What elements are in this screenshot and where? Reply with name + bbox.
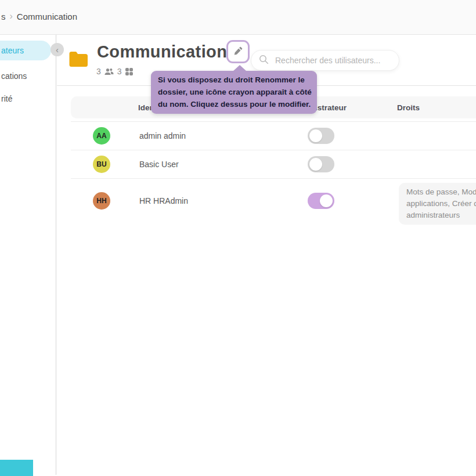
user-name: Basic User: [139, 160, 179, 169]
table-row[interactable]: BU Basic User: [71, 150, 476, 178]
search-input[interactable]: [274, 55, 398, 66]
search-bar: [251, 50, 399, 71]
tooltip-line: dossier, une icône crayon apparaît à côt…: [158, 86, 312, 98]
sidebar-item-label: rité: [1, 94, 12, 103]
admin-toggle[interactable]: [308, 128, 334, 144]
sidebar-item-applications[interactable]: cations: [1, 71, 27, 81]
search-icon: [259, 55, 269, 67]
avatar: BU: [93, 156, 110, 173]
toggle-knob: [309, 158, 322, 171]
breadcrumb-parent-fragment[interactable]: s: [1, 12, 6, 21]
avatar: AA: [93, 127, 110, 145]
table-row[interactable]: HH HR HRAdmin Mots de passe, Modifier le…: [71, 178, 476, 223]
rights-badge: Mots de passe, Modifier les applications…: [399, 183, 476, 225]
admin-toggle[interactable]: [308, 193, 334, 209]
breadcrumb-current: Communication: [17, 12, 77, 21]
bottom-left-cyan-panel: [0, 460, 33, 476]
folder-icon: [68, 51, 88, 70]
table-row[interactable]: AA admin admin: [71, 121, 476, 150]
groups-grid-icon: [125, 68, 133, 75]
breadcrumb-separator-icon: ›: [10, 11, 13, 21]
tooltip-line: du nom. Cliquez dessus pour le modifier.: [158, 98, 312, 110]
avatar: HH: [93, 192, 110, 210]
rename-tooltip: Si vous disposez du droit Renommer le do…: [151, 71, 317, 114]
tooltip-arrow-icon: [233, 65, 246, 71]
sidebar-item-utilisateurs[interactable]: ateurs: [0, 41, 51, 60]
folder-stats: 3 3: [96, 67, 133, 76]
pencil-icon: [233, 46, 243, 57]
users-count: 3: [96, 67, 101, 76]
user-name: admin admin: [139, 131, 186, 140]
sidebar-item-label: cations: [1, 71, 27, 81]
users-table: AA admin admin BU Basic User HH HR HRAdm…: [71, 121, 476, 223]
column-header-rights: Droits: [397, 103, 420, 112]
chevron-left-icon: ‹: [56, 45, 59, 55]
page-title: Communication: [97, 42, 227, 62]
toggle-knob: [320, 194, 333, 207]
admin-toggle[interactable]: [308, 156, 334, 172]
rights-line: applications, Créer des: [406, 198, 476, 210]
rights-line: Mots de passe, Modifier les: [406, 186, 476, 198]
breadcrumb: s › Communication: [1, 12, 77, 21]
sidebar: ateurs cations rité: [0, 35, 56, 475]
sidebar-item-securite[interactable]: rité: [1, 94, 12, 103]
rights-line: administrateurs: [406, 210, 476, 221]
top-bar: s › Communication: [0, 0, 476, 35]
toggle-knob: [309, 129, 322, 142]
users-icon: [104, 68, 114, 75]
tooltip-line: Si vous disposez du droit Renommer le: [158, 74, 312, 86]
groups-count: 3: [117, 67, 122, 76]
rename-folder-button[interactable]: [226, 40, 250, 63]
sidebar-item-label: ateurs: [1, 46, 24, 55]
user-name: HR HRAdmin: [139, 196, 188, 205]
sidebar-collapse-button[interactable]: ‹: [51, 43, 64, 56]
